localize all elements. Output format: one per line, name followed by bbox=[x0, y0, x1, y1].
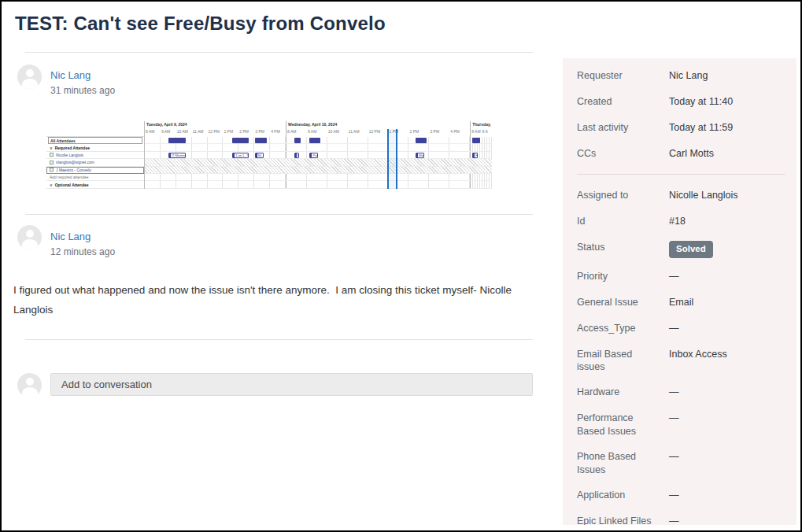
scheduler-attendee-row[interactable]: Add required attendee bbox=[46, 174, 144, 181]
attendee-label: J Maestro - Convelo bbox=[56, 168, 91, 172]
sidebar-field-row: General IssueEmail bbox=[577, 294, 785, 310]
field-value: #18 bbox=[669, 213, 686, 228]
field-value: Solved bbox=[669, 239, 713, 258]
field-label: Assigned to bbox=[577, 187, 669, 202]
person-icon bbox=[26, 69, 34, 77]
time-label: 12 PM bbox=[368, 129, 389, 137]
busy-block: F bbox=[294, 153, 300, 158]
busy-block bbox=[294, 138, 301, 143]
field-label: Id bbox=[577, 213, 669, 228]
time-label: 3 PM bbox=[429, 129, 449, 137]
busy-block bbox=[472, 138, 479, 143]
scheduler-attendee-row[interactable]: J Maestro - Convelo bbox=[46, 167, 144, 174]
field-label: Last activity bbox=[577, 120, 669, 135]
field-value: Today at 11:40 bbox=[669, 94, 733, 109]
freebusy-row bbox=[145, 181, 492, 188]
person-icon bbox=[26, 230, 34, 238]
page-title: TEST: Can't see Free/Busy from Convelo bbox=[15, 13, 534, 35]
sidebar-field-row: Priority— bbox=[577, 268, 785, 284]
time-label: 4 PM bbox=[449, 129, 470, 137]
field-value: — bbox=[669, 410, 679, 425]
time-label: 2 PM bbox=[238, 129, 254, 137]
avatar bbox=[17, 65, 42, 89]
attendee-checkbox[interactable] bbox=[50, 153, 54, 157]
comment-timestamp: 12 minutes ago bbox=[50, 246, 115, 257]
busy-block bbox=[168, 138, 186, 143]
add-to-conversation-input[interactable]: Add to conversation bbox=[50, 373, 533, 396]
busy-block bbox=[416, 138, 427, 143]
comment-author-link[interactable]: Nic Lang bbox=[50, 231, 91, 242]
person-icon bbox=[26, 378, 34, 386]
day-header: Wednesday, April 10, 2024 bbox=[286, 121, 470, 129]
field-value: Inbox Access bbox=[669, 346, 727, 361]
field-label: Email Based issues bbox=[577, 346, 669, 375]
sidebar-field-row: Email Based issuesInbox Access bbox=[577, 346, 785, 375]
ticket-properties-sidebar: RequesterNic LangCreatedToday at 11:40La… bbox=[563, 58, 796, 525]
sidebar-field-row: Assigned toNicolle Langlois bbox=[577, 187, 785, 203]
busy-block: Pro bbox=[309, 153, 317, 158]
time-label: 11 AM bbox=[192, 129, 208, 137]
field-label: Epic Linked Files bbox=[577, 513, 669, 525]
divider bbox=[25, 214, 533, 215]
scheduler-attendee-pane: All Attendees∨Required AttendeeNicolle L… bbox=[46, 121, 145, 189]
busy-block bbox=[255, 138, 267, 143]
time-label: 9 AM bbox=[307, 129, 327, 137]
field-label: Requester bbox=[577, 68, 669, 83]
busy-block: Wee bbox=[416, 153, 424, 158]
attendee-checkbox[interactable] bbox=[50, 161, 54, 164]
busy-block: F bbox=[472, 153, 478, 158]
freebusy-row bbox=[145, 174, 492, 181]
attendee-label: Optional Attendee bbox=[55, 183, 89, 187]
field-label: Priority bbox=[577, 268, 669, 283]
freebusy-screenshot[interactable]: All Attendees∨Required AttendeeNicolle L… bbox=[46, 121, 492, 189]
scheduler-attendee-row[interactable]: nlanglois@signet.com bbox=[46, 159, 144, 166]
attendee-label: Required Attendee bbox=[55, 146, 90, 150]
attendee-label: nlanglois@signet.com bbox=[56, 160, 94, 164]
field-value: Email bbox=[669, 294, 693, 309]
sidebar-field-row: Id#18 bbox=[577, 213, 785, 229]
time-label: 11 AM bbox=[348, 129, 368, 137]
busy-block: IT Meeting bbox=[168, 153, 186, 158]
scheduler-attendee-row[interactable]: ∨Optional Attendee bbox=[46, 181, 144, 188]
sidebar-field-row: Application— bbox=[577, 487, 785, 503]
scheduler-attendee-row[interactable]: ∨Required Attendee bbox=[46, 144, 144, 151]
scheduler-grid: Tuesday, April 9, 20248 AM9 AM10 AM11 AM… bbox=[145, 121, 492, 189]
attendee-label: Add required attendee bbox=[50, 175, 88, 179]
sidebar-divider bbox=[577, 174, 785, 175]
time-label: 12 PM bbox=[208, 129, 224, 137]
busy-block bbox=[232, 138, 249, 143]
comment-body: I figured out what happened and now the … bbox=[13, 281, 523, 320]
field-value: — bbox=[669, 513, 679, 525]
scheduler-attendee-row[interactable]: Nicolle Langlois bbox=[46, 152, 144, 159]
attendee-label: All Attendees bbox=[50, 139, 76, 143]
field-value: — bbox=[669, 268, 679, 283]
chevron-down-icon[interactable]: ∨ bbox=[50, 183, 53, 187]
busy-block: NL bbox=[255, 153, 264, 158]
attendee-checkbox[interactable] bbox=[50, 168, 54, 172]
divider bbox=[25, 52, 533, 53]
field-label: Status bbox=[577, 239, 669, 254]
time-label: 2 PM bbox=[408, 129, 429, 137]
field-value: — bbox=[669, 320, 679, 335]
comment-author-link[interactable]: Nic Lang bbox=[50, 69, 91, 81]
chevron-down-icon[interactable]: ∨ bbox=[50, 146, 53, 150]
sidebar-field-row: CCsCarl Motts bbox=[577, 146, 785, 161]
sidebar-fields: RequesterNic LangCreatedToday at 11:40La… bbox=[577, 68, 785, 525]
comment-timestamp: 31 minutes ago bbox=[50, 85, 115, 96]
field-label: Phone Based Issues bbox=[577, 449, 669, 477]
field-value: Carl Motts bbox=[669, 146, 714, 161]
time-labels: 8 AM9 A bbox=[471, 129, 492, 137]
time-label: 3 PM bbox=[254, 129, 270, 137]
sidebar-field-row: RequesterNic Lang bbox=[577, 68, 785, 83]
freebusy-row: IT Meeting1 on 1 - NNLFProWeeF bbox=[145, 152, 492, 159]
freebusy-row bbox=[145, 137, 492, 144]
sidebar-field-row: Access_Type— bbox=[577, 320, 785, 336]
field-value: — bbox=[669, 449, 679, 464]
selected-time-indicator bbox=[387, 129, 397, 189]
time-label: 1 PM bbox=[223, 129, 238, 137]
sidebar-field-row: Hardware— bbox=[577, 384, 785, 400]
time-label: 8 AM bbox=[145, 129, 161, 137]
field-value: — bbox=[669, 384, 679, 399]
freebusy-row bbox=[145, 144, 492, 151]
field-value: Today at 11:59 bbox=[669, 120, 733, 135]
